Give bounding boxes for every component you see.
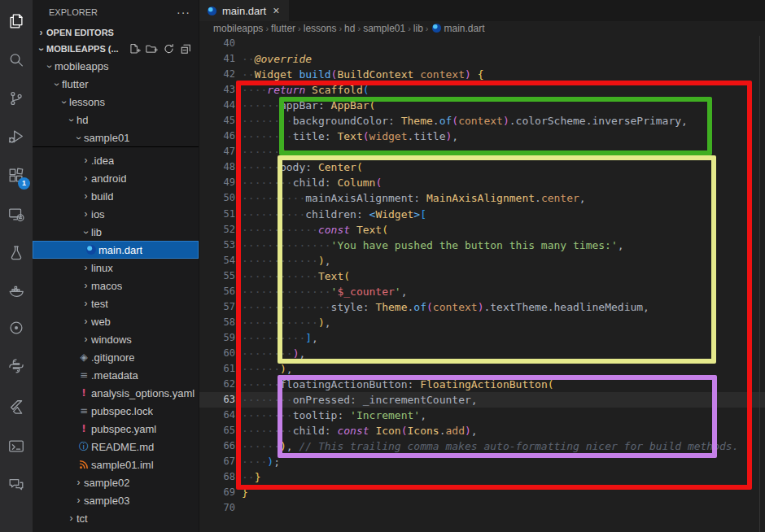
line-number-47: 47	[199, 144, 235, 159]
chevron-down-icon: ›	[59, 97, 70, 107]
warn-file-icon: !	[76, 423, 91, 434]
new-folder-icon[interactable]	[146, 43, 158, 55]
breadcrumb-separator: ›	[265, 24, 269, 33]
tab-main-dart[interactable]: main.dart ×	[199, 0, 289, 21]
tree-item-lib[interactable]: ›lib	[33, 223, 199, 241]
collapse-all-icon[interactable]	[180, 43, 192, 55]
tree-item-label: flutter	[62, 78, 89, 90]
tree-item-test[interactable]: ›test	[33, 294, 199, 312]
tree-item-.metadata[interactable]: ≡.metadata	[33, 366, 199, 384]
explorer-sidebar: EXPLORER ··· › OPEN EDITORS › MOBILEAPPS…	[33, 0, 199, 532]
open-editors-section[interactable]: › OPEN EDITORS	[33, 24, 199, 41]
code-pane[interactable]: 4041424344454647484950515253545556575859…	[199, 36, 765, 532]
tree-item-sample03[interactable]: ›sample03	[33, 491, 199, 509]
tree-item-.idea[interactable]: ›.idea	[33, 151, 199, 169]
breadcrumb-item-mobileapps[interactable]: mobileapps	[213, 23, 263, 34]
breadcrumb-item-lessons[interactable]: lessons	[304, 23, 337, 34]
explorer-actions	[129, 43, 199, 55]
tree-item-linux[interactable]: ›linux	[33, 259, 199, 277]
tree-item-android[interactable]: ›android	[33, 169, 199, 187]
tree-item-web[interactable]: ›web	[33, 312, 199, 330]
tree-item-label: sample01.iml	[91, 459, 154, 471]
tree-item-hd[interactable]: ›hd	[33, 111, 199, 129]
tree-item-mobileapps[interactable]: ›mobileapps	[33, 57, 199, 75]
code-line-50: ··········mainAxisAlignment: MainAxisAli…	[242, 190, 765, 206]
chevron-down-icon: ›	[73, 133, 85, 143]
breadcrumb-separator: ›	[357, 24, 361, 33]
tree-item-main.dart[interactable]: main.dart	[33, 241, 199, 259]
testing-icon[interactable]	[0, 238, 33, 268]
more-actions-icon[interactable]: ···	[177, 6, 190, 19]
tree-item-build[interactable]: ›build	[33, 187, 199, 205]
search-icon[interactable]	[0, 46, 33, 75]
chevron-down-icon: ›	[36, 44, 47, 55]
tree-item-pubspec.lock[interactable]: ≡pubspec.lock	[33, 402, 199, 420]
tree-item-label: sample01	[84, 132, 129, 144]
line-number-52: 52	[199, 222, 235, 238]
tree-item-sample01[interactable]: ›sample01	[33, 129, 199, 146]
new-file-icon[interactable]	[129, 43, 141, 55]
line-number-68: 68	[199, 469, 235, 485]
tree-item-label: tct	[76, 512, 88, 525]
tree-item-pubspec.yaml[interactable]: !pubspec.yaml	[33, 420, 199, 438]
line-number-54: 54	[199, 253, 235, 268]
tree-item-label: sample03	[84, 495, 129, 507]
breadcrumb-item-lib[interactable]: lib	[413, 23, 423, 34]
tree-item-label: lessons	[69, 96, 105, 108]
breadcrumb-item-hd[interactable]: hd	[344, 23, 355, 34]
breadcrumb-item-flutter[interactable]: flutter	[271, 23, 295, 34]
breadcrumb-item-sample01[interactable]: sample01	[363, 23, 405, 34]
tree-item-label: macos	[91, 280, 122, 292]
line-number-60: 60	[199, 346, 235, 361]
extensions-icon[interactable]: 1	[0, 161, 33, 190]
tree-item-lessons[interactable]: ›lessons	[33, 93, 199, 111]
breadcrumb-item-main.dart[interactable]: main.dart	[444, 23, 485, 34]
code-line-44: ······appBar: AppBar(	[242, 98, 765, 113]
tree-item-README.md[interactable]: ⓘREADME.md	[33, 438, 199, 456]
tree-item-analysis_options.yaml[interactable]: !analysis_options.yaml	[33, 384, 199, 402]
tree-item-label: android	[91, 172, 126, 185]
code-line-70	[242, 500, 765, 516]
tree-item-sample02[interactable]: ›sample02	[33, 473, 199, 491]
flutter-icon[interactable]	[0, 393, 33, 422]
target-icon[interactable]	[0, 313, 33, 342]
tree-item-label: .metadata	[91, 369, 138, 382]
run-debug-icon[interactable]	[0, 122, 33, 151]
chevron-right-icon: ›	[81, 298, 91, 309]
chevron-right-icon: ›	[81, 316, 91, 327]
code-line-68: ··}	[242, 469, 765, 485]
editor-area[interactable]: main.dart × mobileapps›flutter›lessons›h…	[199, 0, 765, 532]
tree-item-tct[interactable]: ›tct	[33, 509, 199, 527]
tree-item-label: test	[91, 298, 108, 310]
tab-close-icon[interactable]: ×	[271, 4, 281, 17]
refresh-icon[interactable]	[163, 43, 175, 55]
remote-explorer-icon[interactable]	[0, 200, 33, 229]
code-line-67: ····);	[242, 454, 765, 469]
line-number-40: 40	[199, 36, 235, 51]
tree-item-label: pubspec.yaml	[91, 423, 156, 435]
feedback-icon[interactable]	[0, 470, 33, 499]
tree-item-macos[interactable]: ›macos	[33, 277, 199, 294]
line-number-64: 64	[199, 408, 235, 423]
line-number-67: 67	[199, 454, 235, 469]
code-line-45: ········backgroundColor: Theme.of(contex…	[242, 113, 765, 129]
chevron-down-icon: ›	[44, 61, 55, 72]
tree-item-windows[interactable]: ›windows	[33, 330, 199, 348]
python-icon[interactable]	[0, 351, 33, 381]
docker-icon[interactable]	[0, 276, 33, 305]
terminal-icon[interactable]	[0, 432, 33, 461]
workspace-section[interactable]: › MOBILEAPPS (...	[33, 41, 199, 57]
code-line-51: ··········children: <Widget>[	[242, 207, 765, 222]
tree-item-sample01.iml[interactable]: sample01.iml	[33, 456, 199, 473]
line-number-66: 66	[199, 438, 235, 454]
explorer-icon[interactable]	[0, 7, 33, 36]
tree-item-ios[interactable]: ›ios	[33, 205, 199, 223]
tree-item-.gitignore[interactable]: ◈.gitignore	[33, 348, 199, 366]
vscode-window: 1 EXPLORER ··· › OPEN EDITORS › MOBILEAP…	[0, 0, 765, 532]
code-line-53: ··············'You have pushed the butto…	[242, 238, 765, 253]
source-control-icon[interactable]	[0, 84, 33, 113]
chevron-right-icon: ›	[73, 495, 84, 506]
tree-item-label: linux	[91, 262, 113, 274]
tree-item-flutter[interactable]: ›flutter	[33, 75, 199, 93]
sidebar-header: EXPLORER ···	[33, 0, 199, 24]
